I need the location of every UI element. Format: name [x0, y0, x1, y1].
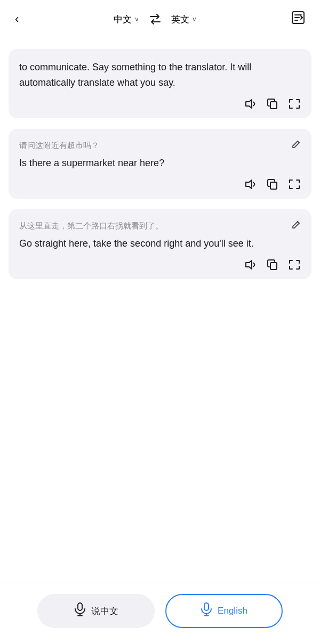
swap-icon [148, 13, 163, 25]
speak-button-1[interactable] [244, 98, 257, 110]
svg-rect-2 [270, 102, 277, 109]
card-actions-3 [19, 259, 301, 271]
translation-card-2: 请问这附近有超市吗？ Is there a supermarket near h… [9, 129, 311, 199]
edit-button-3[interactable] [291, 219, 302, 232]
translation-card-3: 从这里直走，第二个路口右拐就看到了。 Go straight here, tak… [9, 209, 311, 279]
translated-text-3: Go straight here, take the second right … [19, 236, 301, 251]
mic-english-icon [201, 602, 212, 619]
translated-text-2: Is there a supermarket near here? [19, 156, 301, 171]
source-text-2: 请问这附近有超市吗？ [19, 140, 301, 152]
svg-rect-4 [270, 182, 277, 189]
chat-area: to communicate. Say something to the tra… [0, 38, 320, 583]
target-language-selector[interactable]: 英文 ∨ [171, 13, 197, 26]
card-actions-1 [19, 98, 301, 110]
copy-button-1[interactable] [267, 98, 278, 110]
source-language-label: 中文 [114, 13, 132, 26]
mic-chinese-icon [74, 602, 86, 619]
expand-button-1[interactable] [288, 98, 301, 110]
header-center: 中文 ∨ 英文 ∨ [23, 13, 287, 26]
card-actions-2 [19, 178, 301, 190]
history-icon [291, 11, 305, 25]
source-language-selector[interactable]: 中文 ∨ [114, 13, 139, 26]
svg-rect-7 [78, 603, 82, 610]
speak-button-2[interactable] [244, 178, 257, 190]
back-button[interactable]: ‹ [11, 10, 23, 28]
source-text-3: 从这里直走，第二个路口右拐就看到了。 [19, 220, 301, 232]
source-lang-chevron-icon: ∨ [134, 15, 139, 23]
speak-english-label: English [218, 606, 247, 616]
svg-marker-1 [246, 100, 252, 108]
speak-button-3[interactable] [244, 259, 257, 271]
svg-marker-5 [246, 260, 252, 269]
edit-button-2[interactable] [291, 138, 302, 152]
copy-button-2[interactable] [267, 178, 278, 190]
bottom-bar: 说中文 English [0, 583, 320, 644]
speak-chinese-button[interactable]: 说中文 [37, 594, 155, 628]
svg-rect-6 [270, 263, 277, 270]
history-button[interactable] [287, 9, 309, 30]
target-language-label: 英文 [171, 13, 189, 26]
translated-text-1: to communicate. Say something to the tra… [19, 60, 301, 91]
svg-marker-3 [246, 180, 252, 189]
expand-button-3[interactable] [288, 259, 301, 271]
app-header: ‹ 中文 ∨ 英文 ∨ [0, 0, 320, 38]
copy-button-3[interactable] [267, 259, 278, 271]
swap-languages-button[interactable] [148, 13, 163, 25]
expand-button-2[interactable] [288, 178, 301, 190]
target-lang-chevron-icon: ∨ [192, 15, 197, 23]
svg-rect-10 [204, 603, 209, 610]
speak-english-button[interactable]: English [165, 594, 283, 628]
speak-chinese-label: 说中文 [91, 605, 118, 617]
translation-card-1: to communicate. Say something to the tra… [9, 49, 311, 118]
